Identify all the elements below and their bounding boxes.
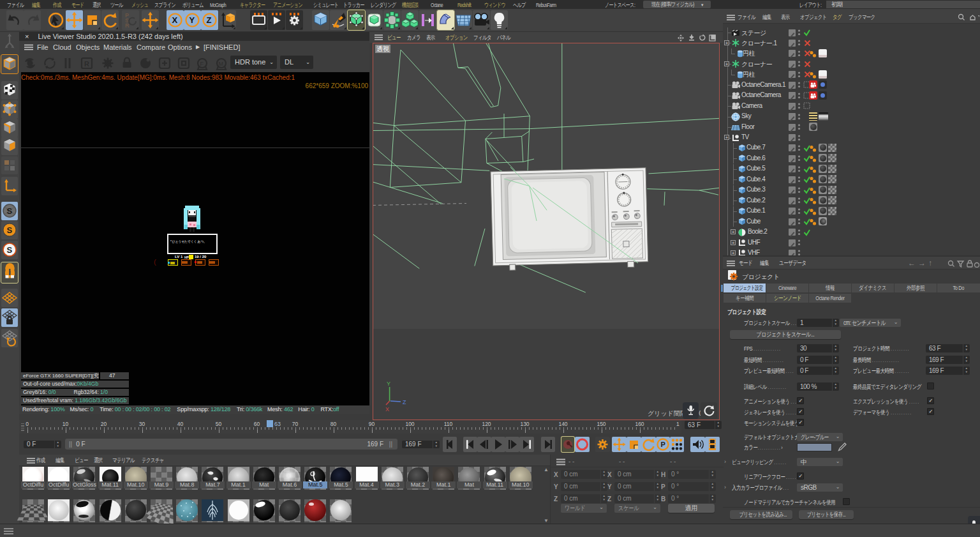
svg-text:Y: Y: [387, 381, 390, 387]
svg-text:P: P: [661, 441, 665, 448]
svg-text:X: X: [172, 15, 178, 25]
svg-text:S: S: [7, 206, 13, 216]
svg-text:F: F: [200, 61, 204, 67]
svg-text:X: X: [385, 406, 389, 412]
svg-text:Y: Y: [189, 15, 195, 25]
svg-text:Z: Z: [207, 15, 212, 25]
svg-text:M: M: [219, 61, 224, 67]
svg-text:Z: Z: [403, 399, 406, 405]
svg-text:S: S: [7, 245, 13, 255]
svg-text:R: R: [84, 60, 89, 68]
svg-text:S: S: [7, 225, 13, 235]
